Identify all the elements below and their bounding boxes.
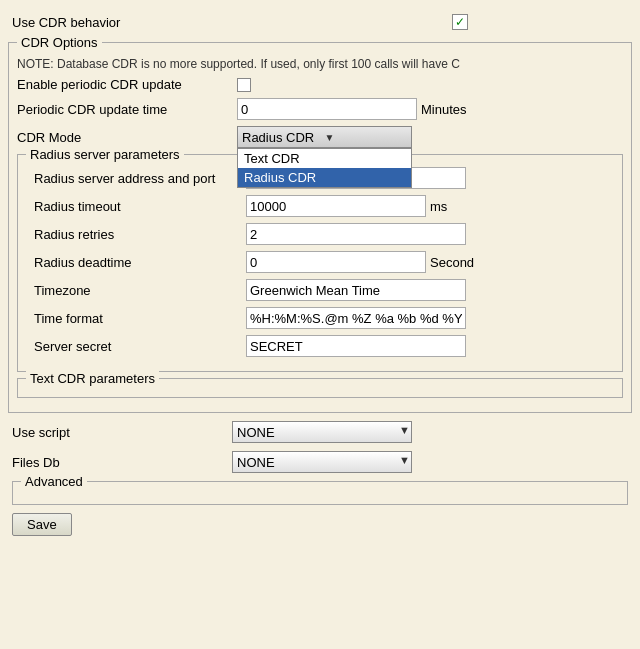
enable-periodic-checkbox[interactable] (237, 78, 251, 92)
cdr-mode-trigger[interactable]: Radius CDR ▼ (237, 126, 412, 148)
server-secret-input[interactable] (246, 335, 466, 357)
cdr-options-legend: CDR Options (17, 35, 102, 50)
timezone-input[interactable] (246, 279, 466, 301)
cdr-mode-value: Radius CDR (242, 130, 325, 145)
radius-deadtime-input[interactable] (246, 251, 426, 273)
use-cdr-checkbox[interactable]: ✓ (452, 14, 468, 30)
radius-params-legend: Radius server parameters (26, 147, 184, 162)
cdr-mode-menu: Text CDR Radius CDR (237, 148, 412, 188)
radius-retries-input[interactable] (246, 223, 466, 245)
periodic-time-row: Periodic CDR update time 0 Minutes (17, 98, 623, 120)
timezone-label: Timezone (26, 283, 246, 298)
cdr-option-radius-cdr[interactable]: Radius CDR (238, 168, 411, 187)
radius-timeout-unit: ms (430, 199, 447, 214)
server-secret-row: Server secret (26, 335, 614, 357)
radius-timeout-label: Radius timeout (26, 199, 246, 214)
radius-address-label: Radius server address and port (26, 171, 246, 186)
text-cdr-legend: Text CDR parameters (26, 371, 159, 386)
periodic-time-unit: Minutes (421, 102, 467, 117)
radius-deadtime-unit: Second (430, 255, 474, 270)
cdr-option-text-cdr[interactable]: Text CDR (238, 149, 411, 168)
files-db-row: Files Db NONE ▼ (12, 451, 628, 473)
periodic-time-label: Periodic CDR update time (17, 102, 237, 117)
radius-timeout-row: Radius timeout ms (26, 195, 614, 217)
cdr-mode-row: CDR Mode Radius CDR ▼ Text CDR Radius CD… (17, 126, 623, 148)
files-db-label: Files Db (12, 455, 232, 470)
use-script-select[interactable]: NONE (232, 421, 412, 443)
use-cdr-label: Use CDR behavior (12, 15, 452, 30)
use-cdr-row: Use CDR behavior ✓ (0, 10, 640, 38)
radius-retries-label: Radius retries (26, 227, 246, 242)
files-db-select-wrapper: NONE ▼ (232, 451, 412, 473)
files-db-select[interactable]: NONE (232, 451, 412, 473)
cdr-mode-arrow: ▼ (325, 132, 408, 143)
time-format-row: Time format (26, 307, 614, 329)
cdr-note: NOTE: Database CDR is no more supported.… (17, 57, 623, 71)
cdr-mode-label: CDR Mode (17, 130, 237, 145)
bottom-section: Use script NONE ▼ Files Db NONE ▼ Advanc… (0, 417, 640, 540)
use-script-row: Use script NONE ▼ (12, 421, 628, 443)
cdr-options-fieldset: CDR Options NOTE: Database CDR is no mor… (8, 42, 632, 413)
time-format-label: Time format (26, 311, 246, 326)
advanced-legend: Advanced (21, 474, 87, 489)
use-script-select-wrapper: NONE ▼ (232, 421, 412, 443)
radius-timeout-input[interactable] (246, 195, 426, 217)
radius-deadtime-label: Radius deadtime (26, 255, 246, 270)
advanced-fieldset: Advanced (12, 481, 628, 505)
time-format-input[interactable] (246, 307, 466, 329)
enable-periodic-label: Enable periodic CDR update (17, 77, 237, 92)
timezone-row: Timezone (26, 279, 614, 301)
save-button[interactable]: Save (12, 513, 72, 536)
enable-periodic-row: Enable periodic CDR update (17, 77, 623, 92)
server-secret-label: Server secret (26, 339, 246, 354)
cdr-mode-dropdown[interactable]: Radius CDR ▼ Text CDR Radius CDR (237, 126, 412, 148)
periodic-time-input[interactable]: 0 (237, 98, 417, 120)
page: Use CDR behavior ✓ CDR Options NOTE: Dat… (0, 0, 640, 550)
use-script-label: Use script (12, 425, 232, 440)
radius-retries-row: Radius retries (26, 223, 614, 245)
text-cdr-fieldset: Text CDR parameters (17, 378, 623, 398)
radius-deadtime-row: Radius deadtime Second (26, 251, 614, 273)
